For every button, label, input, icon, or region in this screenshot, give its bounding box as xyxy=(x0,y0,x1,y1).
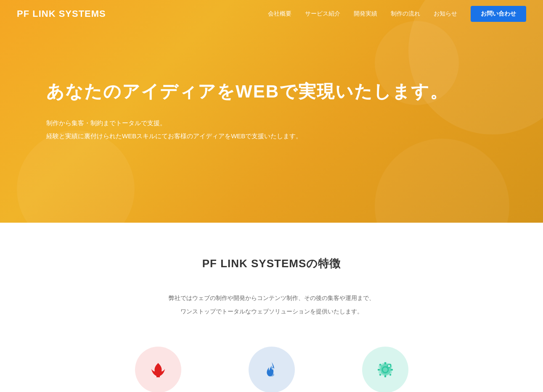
svg-rect-9 xyxy=(379,374,381,376)
header: PF LINK SYSTEMS 会社概要 サービス紹介 開発実績 制作の流れ お… xyxy=(0,0,543,27)
features-title: PF LINK SYSTEMSの特徴 xyxy=(17,256,526,271)
features-icons-row xyxy=(17,347,526,392)
features-desc-line1: 弊社ではウェブの制作や開発からコンテンツ制作、その後の集客や運用まで、 xyxy=(17,292,526,304)
hero-sub-line2: 経験と実績に裏付けられたWEBスキルにてお客様のアイディアをWEBで支援いたしま… xyxy=(46,130,543,142)
hero-sub-line1: 制作から集客・制約までトータルで支援。 xyxy=(46,117,543,129)
deco-circle-1 xyxy=(375,21,459,105)
features-section: PF LINK SYSTEMSの特徴 弊社ではウェブの制作や開発からコンテンツ制… xyxy=(0,223,543,392)
hero-section: あなたのアイディアをWEBで実現いたします。 制作から集客・制約までトータルで支… xyxy=(0,0,543,223)
nav-item-works[interactable]: 開発実績 xyxy=(354,10,377,18)
nav-item-news[interactable]: お知らせ xyxy=(434,10,457,18)
svg-rect-5 xyxy=(378,369,380,371)
svg-rect-13 xyxy=(389,363,389,365)
nav: 会社概要 サービス紹介 開発実績 制作の流れ お知らせ お問い合わせ xyxy=(268,6,526,22)
svg-rect-3 xyxy=(384,362,386,364)
deco-circle-2 xyxy=(17,130,135,223)
icon-circle-pink xyxy=(135,347,181,392)
svg-point-1 xyxy=(269,373,274,376)
feature-icon-2 xyxy=(249,347,295,392)
hero-heading: あなたのアイディアをWEBで実現いたします。 xyxy=(46,79,543,104)
feature-icon-3 xyxy=(362,347,408,392)
contact-button[interactable]: お問い合わせ xyxy=(471,6,526,22)
features-description: 弊社ではウェブの制作や開発からコンテンツ制作、その後の集客や運用まで、 ワンスト… xyxy=(17,292,526,317)
svg-point-0 xyxy=(156,366,160,370)
nav-item-company[interactable]: 会社概要 xyxy=(268,10,291,18)
icon-circle-green xyxy=(362,347,408,392)
gear-icon xyxy=(375,360,395,380)
svg-rect-16 xyxy=(390,366,392,366)
features-desc-line2: ワンストップでトータルなウェブソリューションを提供いたします。 xyxy=(17,305,526,317)
svg-rect-15 xyxy=(387,366,388,366)
svg-rect-14 xyxy=(389,367,389,368)
nav-item-flow[interactable]: 制作の流れ xyxy=(391,10,420,18)
yelp-icon xyxy=(148,360,168,380)
hero-subtext: 制作から集客・制約までトータルで支援。 経験と実績に裏付けられたWEBスキルにて… xyxy=(46,117,543,143)
nav-item-services[interactable]: サービス紹介 xyxy=(305,10,340,18)
svg-rect-10 xyxy=(389,374,392,376)
fire-icon xyxy=(262,360,282,380)
svg-rect-4 xyxy=(384,375,386,377)
feature-icon-1 xyxy=(135,347,181,392)
svg-rect-6 xyxy=(391,369,393,371)
svg-point-12 xyxy=(388,365,390,367)
icon-circle-blue xyxy=(249,347,295,392)
logo[interactable]: PF LINK SYSTEMS xyxy=(17,8,106,19)
